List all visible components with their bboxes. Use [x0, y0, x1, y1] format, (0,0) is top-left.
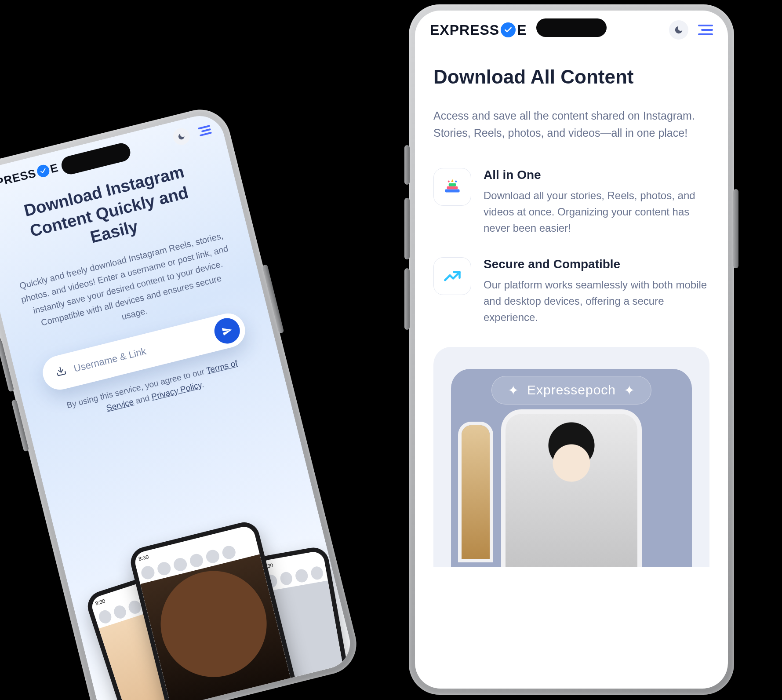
illustration-side-phone — [458, 422, 493, 562]
content-left: EXPRESS E Download Instagram Conten — [0, 111, 355, 700]
brand-text-part2: E — [517, 22, 527, 38]
feature-title: Secure and Compatible — [484, 257, 709, 271]
illustration-panel: ✦ Expressepoch ✦ — [433, 347, 709, 567]
phone-mockup-right: EXPRESS E Download All Content Access an… — [409, 4, 734, 695]
brand-logo[interactable]: EXPRESS E — [430, 22, 527, 38]
moon-icon — [177, 132, 186, 142]
svg-rect-2 — [449, 183, 456, 186]
phone-side-button — [733, 189, 738, 268]
send-icon — [221, 324, 233, 337]
svg-rect-1 — [447, 186, 458, 189]
menu-button[interactable] — [198, 125, 212, 136]
phone-side-button — [404, 268, 410, 330]
verified-check-icon — [501, 22, 516, 37]
illustration-center-phone — [501, 409, 642, 567]
moon-icon — [674, 25, 684, 35]
gallery-illustration: 8:30 8:30 ♡ ◌ ➤ 🔖 8:30 — [53, 461, 355, 700]
sparkle-icon: ✦ — [508, 383, 519, 398]
download-icon — [55, 365, 68, 380]
sparkle-icon: ✦ — [624, 383, 635, 398]
feature-body: Our platform works seamlessly with both … — [484, 277, 709, 326]
verified-check-icon — [36, 164, 51, 179]
bookmark-icon: 🔖 — [278, 689, 290, 700]
phone-side-button — [404, 198, 410, 259]
feature-body: Download all your stories, Reels, photos… — [484, 187, 709, 237]
illustration-photo — [506, 414, 637, 567]
svg-point-4 — [448, 180, 450, 182]
theme-toggle-button[interactable] — [669, 20, 688, 40]
trend-arrow-icon — [433, 257, 471, 295]
phone-mockup-left: EXPRESS E Download Instagram Conten — [0, 103, 363, 700]
menu-button[interactable] — [698, 25, 713, 35]
svg-marker-3 — [451, 179, 454, 182]
status-time: 8:30 — [138, 554, 149, 562]
all-in-one-icon — [433, 168, 471, 206]
brand-text-part2: E — [49, 160, 60, 176]
status-time: 8:30 — [95, 598, 106, 607]
brand-text-part1: EXPRESS — [430, 22, 499, 38]
phone-side-button — [404, 145, 410, 185]
svg-rect-0 — [445, 189, 460, 192]
section-heading: Download All Content — [433, 66, 709, 88]
illustration-badge: ✦ Expressepoch ✦ — [491, 376, 651, 405]
feature-title: All in One — [484, 168, 709, 182]
feature-secure-compatible: Secure and Compatible Our platform works… — [433, 257, 709, 326]
section-lead: Access and save all the content shared o… — [433, 107, 709, 142]
svg-point-5 — [455, 180, 457, 182]
legal-and: and — [135, 393, 153, 405]
theme-toggle-button[interactable] — [171, 126, 192, 146]
content-right: Download All Content Access and save all… — [415, 44, 728, 567]
feature-all-in-one: All in One Download all your stories, Re… — [433, 168, 709, 237]
submit-button[interactable] — [211, 315, 242, 346]
url-input[interactable] — [73, 330, 208, 375]
illustration-badge-text: Expressepoch — [527, 383, 616, 397]
phone-notch — [536, 18, 607, 37]
